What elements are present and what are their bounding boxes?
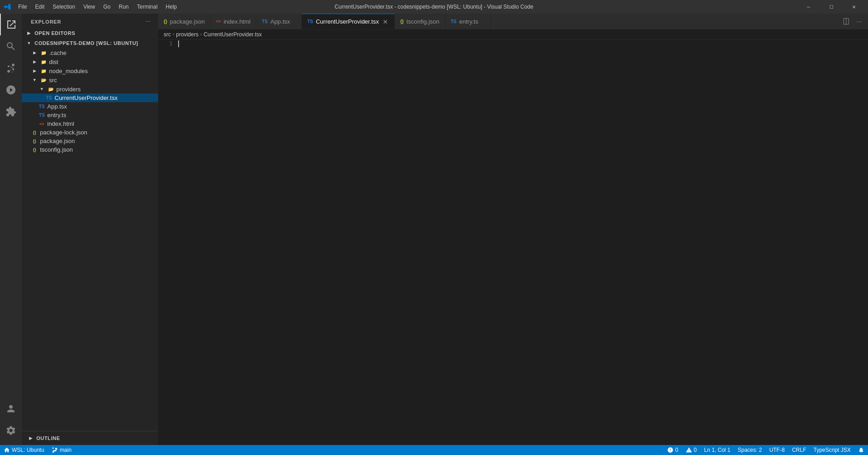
sidebar-content: ▶ OPEN EDITORS ▼ CODESNIPPETS-DEMO [WSL:… <box>22 28 158 431</box>
status-eol-label: CRLF <box>792 447 806 453</box>
tree-item-current-user-provider[interactable]: TS CurrentUserProvider.tsx <box>22 94 158 102</box>
providers-chevron: ▼ <box>38 85 45 93</box>
window-controls: ─ ☐ ✕ <box>798 0 864 14</box>
close-button[interactable]: ✕ <box>843 0 864 14</box>
vscode-logo-icon <box>4 3 11 10</box>
open-editors-chevron: ▶ <box>25 30 33 37</box>
search-icon <box>5 41 16 52</box>
activity-item-extensions[interactable] <box>0 101 22 123</box>
tree-item-package[interactable]: {} package.json <box>22 137 158 145</box>
breadcrumb-src[interactable]: src <box>164 31 171 38</box>
status-cursor-position[interactable]: Ln 1, Col 1 <box>700 445 734 455</box>
tab-close-button[interactable]: ✕ <box>382 18 389 25</box>
json-badge: {} <box>31 130 38 135</box>
tree-item-cache[interactable]: ▶ 📁 .cache <box>22 48 158 57</box>
tab-index-html[interactable]: <> index.html <box>210 14 256 29</box>
activity-bar <box>0 14 22 445</box>
outline-text: OUTLINE <box>36 435 60 441</box>
editor-text-area[interactable] <box>176 40 868 445</box>
tab-label-app: App.tsx <box>270 18 290 25</box>
tree-item-app[interactable]: TS App.tsx <box>22 102 158 111</box>
status-language[interactable]: TypeScript JSX <box>810 445 854 455</box>
tree-item-package-lock[interactable]: {} package-lock.json <box>22 128 158 137</box>
menu-help[interactable]: Help <box>162 3 181 11</box>
activity-item-settings[interactable] <box>0 420 22 441</box>
status-branch[interactable]: main <box>48 445 75 455</box>
cache-label: .cache <box>49 49 158 56</box>
open-editors-section[interactable]: ▶ OPEN EDITORS <box>22 28 158 38</box>
breadcrumb: src › providers › CurrentUserProvider.ts… <box>158 30 868 40</box>
tree-item-src[interactable]: ▼ 📂 src <box>22 75 158 84</box>
new-file-button[interactable]: ⋯ <box>144 17 153 26</box>
menu-selection[interactable]: Selection <box>49 3 79 11</box>
breadcrumb-file[interactable]: CurrentUserProvider.tsx <box>204 31 262 38</box>
account-icon <box>5 403 16 414</box>
branch-icon <box>51 447 58 453</box>
menu-go[interactable]: Go <box>100 3 114 11</box>
remote-icon <box>4 447 10 453</box>
node-modules-label: node_modules <box>49 68 158 74</box>
json-badge: {} <box>31 139 38 143</box>
activity-item-source-control[interactable] <box>0 57 22 79</box>
minimize-button[interactable]: ─ <box>798 0 819 14</box>
menu-terminal[interactable]: Terminal <box>133 3 161 11</box>
status-remote-label: WSL: Ubuntu <box>12 447 44 453</box>
outline-label[interactable]: ▶ OUTLINE <box>22 433 158 443</box>
activity-item-run-debug[interactable] <box>0 79 22 101</box>
status-warnings[interactable]: 0 <box>682 445 701 455</box>
cache-chevron: ▶ <box>31 49 38 56</box>
tab-label-entry: entry.ts <box>459 18 479 25</box>
maximize-button[interactable]: ☐ <box>821 0 842 14</box>
status-bar-right: 0 0 Ln 1, Col 1 Spaces: 2 UTF-8 CRLF Typ… <box>663 445 868 455</box>
split-editor-button[interactable] <box>841 16 852 27</box>
menu-run[interactable]: Run <box>115 3 132 11</box>
tab-tsconfig[interactable]: {} tsconfig.json <box>395 14 445 29</box>
tab-app-tsx[interactable]: TS App.tsx <box>256 14 302 29</box>
project-section[interactable]: ▼ CODESNIPPETS-DEMO [WSL: UBUNTU] <box>22 38 158 48</box>
menu-edit[interactable]: Edit <box>31 3 48 11</box>
status-remote[interactable]: WSL: Ubuntu <box>0 445 48 455</box>
folder-icon: 📁 <box>40 67 47 74</box>
menu-file[interactable]: File <box>15 3 30 11</box>
activity-item-search[interactable] <box>0 35 22 57</box>
dist-chevron: ▶ <box>31 58 38 65</box>
folder-open-icon: 📂 <box>47 85 55 93</box>
tree-item-dist[interactable]: ▶ 📁 dist <box>22 57 158 66</box>
tree-item-tsconfig[interactable]: {} tsconfig.json <box>22 145 158 154</box>
status-spaces[interactable]: Spaces: 2 <box>734 445 765 455</box>
activity-item-account[interactable] <box>0 398 22 420</box>
tree-item-entry[interactable]: TS entry.ts <box>22 111 158 119</box>
breadcrumb-sep-2: › <box>200 32 202 37</box>
activity-bar-bottom <box>0 398 22 445</box>
menu-view[interactable]: View <box>80 3 99 11</box>
status-branch-label: main <box>60 447 71 453</box>
tab-package-json[interactable]: {} package.json <box>158 14 210 29</box>
tab-label-package-json: package.json <box>170 18 205 25</box>
activity-item-explorer[interactable] <box>0 14 22 35</box>
status-bell[interactable] <box>854 445 868 455</box>
status-encoding[interactable]: UTF-8 <box>766 445 788 455</box>
status-language-label: TypeScript JSX <box>813 447 851 453</box>
main-container: EXPLORER ⋯ ▶ OPEN EDITORS ▼ CODESNIPPETS… <box>0 14 868 445</box>
status-eol[interactable]: CRLF <box>788 445 810 455</box>
status-errors[interactable]: 0 <box>663 445 682 455</box>
providers-label: providers <box>56 86 158 93</box>
json-badge: {} <box>31 148 38 152</box>
tree-item-providers[interactable]: ▼ 📂 providers <box>22 84 158 94</box>
tab-entry-ts[interactable]: TS entry.ts <box>445 14 491 29</box>
tree-item-node-modules[interactable]: ▶ 📁 node_modules <box>22 66 158 75</box>
tab-current-user-provider[interactable]: TS CurrentUserProvider.tsx ✕ <box>302 14 395 29</box>
tree-item-index-html[interactable]: <> index.html <box>22 119 158 128</box>
editor-content[interactable]: 1 <box>158 40 868 445</box>
sidebar: EXPLORER ⋯ ▶ OPEN EDITORS ▼ CODESNIPPETS… <box>22 14 158 445</box>
sidebar-header: EXPLORER ⋯ <box>22 14 158 28</box>
breadcrumb-providers[interactable]: providers <box>176 31 198 38</box>
tab-label-tsconfig: tsconfig.json <box>406 18 439 25</box>
more-actions-button[interactable]: ⋯ <box>853 16 864 27</box>
tsconfig-label: tsconfig.json <box>40 146 158 153</box>
warning-icon <box>686 447 692 453</box>
tabs-bar: {} package.json <> index.html TS App.tsx… <box>158 14 868 30</box>
window-title: CurrentUserProvider.tsx - codesnippets-d… <box>334 4 533 10</box>
sidebar-title: EXPLORER <box>31 19 61 25</box>
sidebar-header-actions: ⋯ <box>144 17 153 26</box>
